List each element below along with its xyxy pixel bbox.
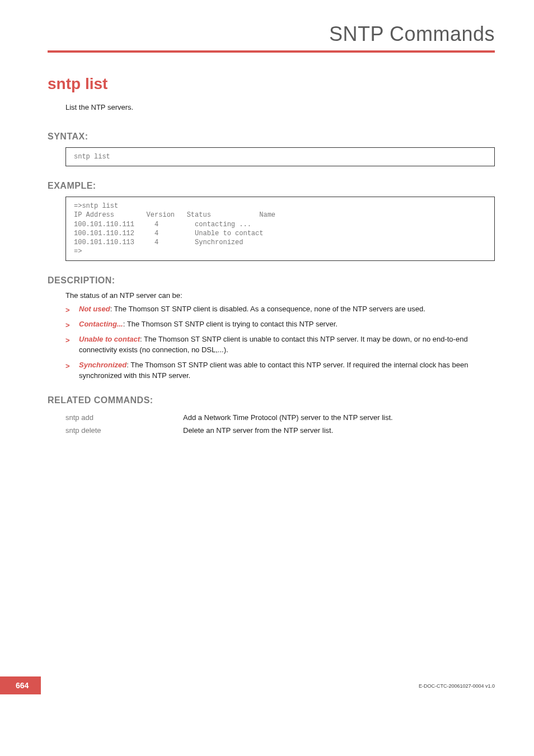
term: Contacting... xyxy=(79,320,123,328)
description-list: > Not used: The Thomson ST SNTP client i… xyxy=(65,304,495,381)
list-item: > Not used: The Thomson ST SNTP client i… xyxy=(65,304,495,315)
footer-doc-id: E-DOC-CTC-20061027-0004 v1.0 xyxy=(419,683,495,689)
term-text: : The Thomson ST SNTP client is disabled… xyxy=(110,305,425,313)
chevron-icon: > xyxy=(65,305,70,316)
example-code-box: =>sntp list IP Address Version Status Na… xyxy=(65,197,495,261)
related-cmd: sntp add xyxy=(65,411,183,424)
related-heading: RELATED COMMANDS: xyxy=(48,395,495,405)
header-rule xyxy=(48,50,495,53)
syntax-heading: SYNTAX: xyxy=(48,132,495,142)
related-cmd: sntp delete xyxy=(65,424,183,437)
page-footer: 664 E-DOC-CTC-20061027-0004 v1.0 xyxy=(0,676,534,694)
syntax-code-box: sntp list xyxy=(65,147,495,166)
list-item: > Contacting...: The Thomson ST SNTP cli… xyxy=(65,319,495,330)
term: Not used xyxy=(79,305,110,313)
chevron-icon: > xyxy=(65,320,70,331)
description-heading: DESCRIPTION: xyxy=(48,276,495,286)
page-header-title: SNTP Commands xyxy=(48,22,495,46)
list-item: > Unable to contact: The Thomson ST SNTP… xyxy=(65,334,495,356)
command-intro: List the NTP servers. xyxy=(65,103,495,111)
term-text: : The Thomson ST SNTP client was able to… xyxy=(79,361,468,380)
related-desc: Add a Network Time Protocol (NTP) server… xyxy=(183,411,393,424)
chevron-icon: > xyxy=(65,361,70,372)
example-heading: EXAMPLE: xyxy=(48,181,495,191)
list-item: > Synchronized: The Thomson ST SNTP clie… xyxy=(65,360,495,381)
related-desc: Delete an NTP server from the NTP server… xyxy=(183,424,393,437)
chevron-icon: > xyxy=(65,335,70,346)
command-title: sntp list xyxy=(48,75,495,93)
term-text: : The Thomson ST SNTP client is trying t… xyxy=(123,320,338,328)
table-row: sntp add Add a Network Time Protocol (NT… xyxy=(65,411,393,424)
related-commands-table: sntp add Add a Network Time Protocol (NT… xyxy=(65,411,393,437)
table-row: sntp delete Delete an NTP server from th… xyxy=(65,424,393,437)
page-number: 664 xyxy=(0,676,41,694)
term: Unable to contact xyxy=(79,335,140,343)
description-intro: The status of an NTP server can be: xyxy=(65,291,495,300)
term: Synchronized xyxy=(79,361,127,369)
